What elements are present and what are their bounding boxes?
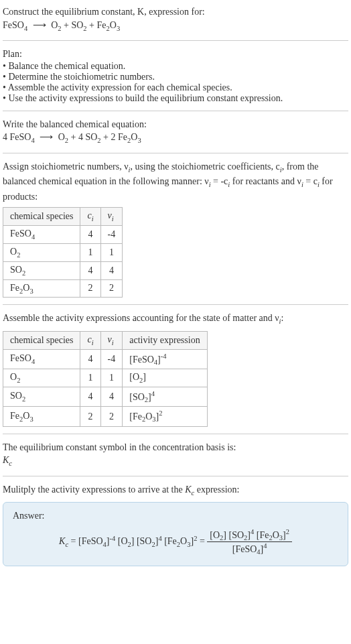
fraction: [O2] [SO2]4 [Fe2O3]2 [FeSO4]4: [207, 528, 292, 556]
species-cell: O2: [3, 243, 80, 261]
table-header-row: chemical species ci νi activity expressi…: [3, 331, 208, 349]
assemble-section: Assemble the activity expressions accoun…: [3, 312, 348, 426]
ci-cell: 4: [80, 226, 100, 244]
denominator: [FeSO4]4: [207, 542, 292, 556]
ci-cell: 4: [80, 387, 100, 406]
activity-cell: [SO2]4: [123, 387, 207, 406]
ci-cell: 1: [80, 369, 100, 387]
species-cell: SO2: [3, 261, 80, 279]
activity-table: chemical species ci νi activity expressi…: [3, 331, 208, 427]
table-row: SO2 4 4 [SO2]4: [3, 387, 208, 406]
ci-cell: 2: [80, 407, 100, 426]
th-vi: νi: [100, 331, 123, 349]
th-ci: ci: [80, 331, 100, 349]
multiply-section: Mulitply the activity expressions to arr…: [3, 483, 348, 566]
activity-cell: [Fe2O3]2: [123, 407, 207, 426]
vi-cell: 4: [100, 387, 123, 406]
vi-cell: 1: [100, 243, 123, 261]
th-activity: activity expression: [123, 331, 207, 349]
answer-box: Answer: Kc = [FeSO4]-4 [O2] [SO2]4 [Fe2O…: [3, 502, 348, 566]
vi-cell: -4: [100, 226, 123, 244]
species-cell: SO2: [3, 387, 80, 406]
table-row: O2 1 1 [O2]: [3, 369, 208, 387]
table-row: SO2 4 4: [3, 261, 123, 279]
ci-cell: 2: [80, 279, 100, 298]
divider: [3, 476, 348, 476]
plan-item: Balance the chemical equation.: [3, 61, 348, 72]
th-species: chemical species: [3, 208, 80, 226]
species-cell: Fe2O3: [3, 407, 80, 426]
intro-section: Construct the equilibrium constant, K, e…: [3, 5, 348, 34]
numerator: [O2] [SO2]4 [Fe2O3]2: [207, 528, 292, 542]
divider: [3, 111, 348, 111]
ci-cell: 4: [80, 261, 100, 279]
arrow-icon: ⟶: [40, 131, 53, 144]
assemble-text: Assemble the activity expressions accoun…: [3, 312, 348, 326]
table-header-row: chemical species ci νi: [3, 208, 123, 226]
plan-item: Assemble the activity expression for eac…: [3, 82, 348, 93]
plan-heading: Plan:: [3, 48, 348, 61]
vi-cell: 2: [100, 407, 123, 426]
stoich-table: chemical species ci νi FeSO4 4 -4 O2 1 1…: [3, 207, 123, 298]
divider: [3, 304, 348, 305]
plan-list: Balance the chemical equation. Determine…: [3, 61, 348, 104]
plan-section: Plan: Balance the chemical equation. Det…: [3, 48, 348, 104]
divider: [3, 153, 348, 153]
species-cell: O2: [3, 369, 80, 387]
balanced-heading: Write the balanced chemical equation:: [3, 118, 348, 131]
ci-cell: 4: [80, 349, 100, 369]
intro-line: Construct the equilibrium constant, K, e…: [3, 7, 205, 17]
table-row: Fe2O3 2 2 [Fe2O3]2: [3, 407, 208, 426]
table-row: Fe2O3 2 2: [3, 279, 123, 298]
th-vi: νi: [100, 208, 123, 226]
divider: [3, 40, 348, 41]
arrow-icon: ⟶: [33, 19, 46, 32]
intro-equation: FeSO4 ⟶ O2 + SO2 + Fe2O3: [3, 20, 120, 30]
answer-equation: Kc = [FeSO4]-4 [O2] [SO2]4 [Fe2O3]2 = [O…: [13, 528, 338, 556]
plan-item: Determine the stoichiometric numbers.: [3, 72, 348, 82]
stoich-text: Assign stoichiometric numbers, νi, using…: [3, 160, 348, 204]
intro-text: Construct the equilibrium constant, K, e…: [3, 5, 348, 34]
plan-item: Use the activity expressions to build th…: [3, 93, 348, 104]
vi-cell: 2: [100, 279, 123, 298]
vi-cell: -4: [100, 349, 123, 369]
species-cell: FeSO4: [3, 349, 80, 369]
vi-cell: 1: [100, 369, 123, 387]
species-cell: FeSO4: [3, 226, 80, 244]
th-species: chemical species: [3, 331, 80, 349]
table-row: O2 1 1: [3, 243, 123, 261]
stoich-section: Assign stoichiometric numbers, νi, using…: [3, 160, 348, 298]
kc-symbol: Kc: [3, 454, 348, 468]
th-ci: ci: [80, 208, 100, 226]
ci-cell: 1: [80, 243, 100, 261]
activity-cell: [O2]: [123, 369, 207, 387]
species-cell: Fe2O3: [3, 279, 80, 298]
divider: [3, 434, 348, 434]
table-row: FeSO4 4 -4: [3, 226, 123, 244]
balanced-equation: 4 FeSO4 ⟶ O2 + 4 SO2 + 2 Fe2O3: [3, 131, 348, 145]
vi-cell: 4: [100, 261, 123, 279]
activity-cell: [FeSO4]-4: [123, 349, 207, 369]
balanced-section: Write the balanced chemical equation: 4 …: [3, 118, 348, 146]
eq-symbol-section: The equilibrium constant symbol in the c…: [3, 441, 348, 469]
eq-symbol-text: The equilibrium constant symbol in the c…: [3, 441, 348, 454]
answer-label: Answer:: [13, 509, 338, 523]
table-row: FeSO4 4 -4 [FeSO4]-4: [3, 349, 208, 369]
multiply-text: Mulitply the activity expressions to arr…: [3, 483, 348, 498]
